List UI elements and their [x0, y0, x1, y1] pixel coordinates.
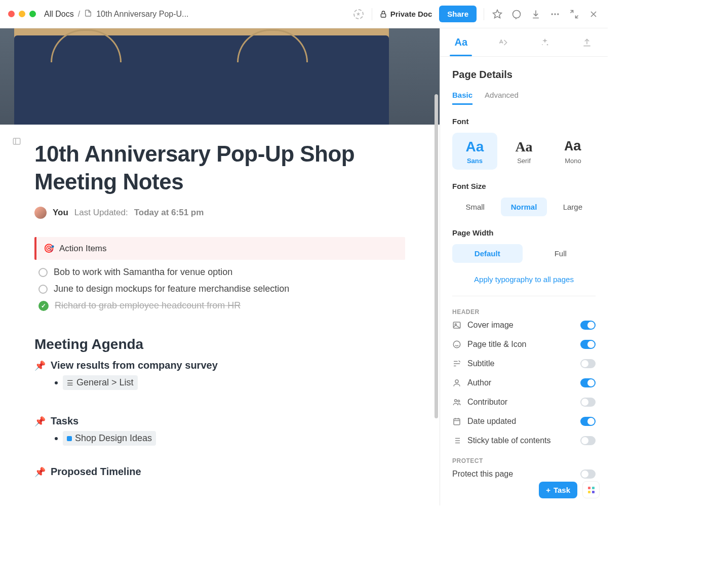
collapse-icon[interactable] — [568, 8, 580, 20]
toggle-switch[interactable] — [580, 340, 596, 349]
font-glyph: Aa — [553, 140, 594, 154]
topbar: All Docs / 10th Anniversary Pop-U... ★ P… — [0, 0, 608, 28]
tab-export[interactable] — [572, 28, 602, 56]
setting-sticky-toc: Sticky table of contents — [452, 431, 596, 450]
agenda-heading[interactable]: Meeting Agenda — [34, 336, 405, 352]
width-option-default[interactable]: Default — [452, 244, 523, 263]
window-close-button[interactable] — [8, 11, 15, 17]
breadcrumb: All Docs / 10th Anniversary Pop-U... — [44, 9, 188, 19]
star-icon[interactable] — [491, 8, 503, 20]
action-items-callout[interactable]: 🎯 Action Items — [34, 237, 405, 260]
window-minimize-button[interactable] — [19, 11, 25, 17]
more-icon[interactable] — [549, 8, 561, 20]
toggle-switch[interactable] — [580, 321, 596, 330]
apply-typography-link[interactable]: Apply typography to all pages — [452, 275, 596, 284]
todo-item[interactable]: Richard to grab employee headcount from … — [34, 297, 405, 314]
svg-point-7 — [547, 44, 548, 45]
setting-subtitle: Subtitle — [452, 354, 596, 373]
svg-point-11 — [453, 341, 460, 348]
privacy-label: Private Doc — [390, 10, 432, 18]
list-icon: ☰ — [67, 379, 73, 387]
subtitle-icon — [452, 359, 461, 368]
close-icon[interactable] — [587, 8, 600, 20]
callout-label: Action Items — [59, 244, 107, 254]
privacy-indicator[interactable]: Private Doc — [379, 10, 432, 18]
font-option-sans[interactable]: Aa Sans — [452, 133, 497, 170]
indent-item: ☰ General > List — [55, 375, 405, 390]
list-chip[interactable]: ☰ General > List — [63, 375, 138, 390]
page-title[interactable]: 10th Anniversary Pop-Up Shop Meeting Not… — [34, 140, 405, 195]
target-icon: 🎯 — [44, 243, 54, 254]
font-options: Aa Sans Aa Serif Aa Mono — [452, 133, 596, 170]
pushpin-icon: 📌 — [34, 466, 46, 478]
checkbox-done-icon[interactable] — [38, 301, 49, 311]
setting-label: Sticky table of contents — [467, 436, 551, 445]
todo-item[interactable]: June to design mockups for feature merch… — [34, 281, 405, 297]
subtab-advanced[interactable]: Advanced — [485, 91, 519, 105]
updated-label: Last Updated: — [74, 208, 128, 218]
todo-text: Bob to work with Samantha for venue opti… — [54, 267, 232, 278]
date-icon — [452, 417, 461, 426]
font-size-options: Small Normal Large — [452, 198, 596, 216]
breadcrumb-separator: / — [78, 10, 80, 19]
pin-heading[interactable]: 📌 Proposed Timeline — [34, 466, 405, 478]
checkbox-empty-icon[interactable] — [38, 285, 48, 294]
bookmark-outline-icon[interactable]: ★ — [352, 8, 365, 20]
font-size-label: Font Size — [452, 182, 596, 190]
svg-point-3 — [554, 13, 556, 15]
setting-label: Page title & Icon — [467, 340, 527, 349]
setting-label: Author — [467, 378, 491, 387]
plus-icon: + — [546, 486, 550, 494]
svg-point-14 — [458, 400, 460, 402]
toggle-switch[interactable] — [580, 378, 596, 387]
sidebar-toggle-icon[interactable] — [12, 137, 21, 148]
apps-grid-icon — [588, 487, 595, 493]
toggle-switch[interactable] — [580, 359, 596, 368]
pin-heading[interactable]: 📌 View results from company survey — [34, 360, 405, 371]
toggle-switch[interactable] — [580, 469, 596, 479]
pushpin-icon: 📌 — [34, 360, 46, 371]
size-option-normal[interactable]: Normal — [501, 198, 546, 216]
task-chip[interactable]: Shop Design Ideas — [63, 431, 156, 446]
bullet-icon — [55, 381, 58, 384]
download-icon[interactable] — [530, 8, 542, 20]
window-zoom-button[interactable] — [29, 11, 36, 17]
cover-image[interactable] — [0, 28, 440, 125]
font-option-mono[interactable]: Aa Mono — [550, 133, 596, 170]
image-icon — [452, 321, 461, 330]
subtab-basic[interactable]: Basic — [452, 91, 472, 105]
pin-label: Proposed Timeline — [51, 466, 141, 478]
width-option-full[interactable]: Full — [526, 244, 596, 263]
tab-sparkle[interactable] — [530, 28, 560, 56]
svg-rect-15 — [454, 419, 460, 425]
apps-button[interactable] — [582, 481, 600, 498]
todo-item[interactable]: Bob to work with Samantha for venue opti… — [34, 264, 405, 281]
svg-point-4 — [557, 13, 559, 15]
tab-typography[interactable]: Aa — [446, 28, 476, 56]
new-task-button[interactable]: + Task — [539, 482, 577, 498]
font-name: Mono — [553, 157, 594, 165]
chip-text: Shop Design Ideas — [75, 433, 152, 444]
doc-scrollbar[interactable] — [434, 28, 439, 505]
pin-heading[interactable]: 📌 Tasks — [34, 415, 405, 427]
share-button[interactable]: Share — [439, 6, 477, 22]
breadcrumb-root[interactable]: All Docs — [44, 10, 74, 19]
divider — [452, 296, 596, 296]
setting-page-title: Page title & Icon — [452, 335, 596, 354]
size-option-large[interactable]: Large — [550, 198, 596, 216]
toggle-switch[interactable] — [580, 436, 596, 445]
breadcrumb-doc-title[interactable]: 10th Anniversary Pop-U... — [96, 10, 188, 19]
toggle-switch[interactable] — [580, 398, 596, 407]
font-option-serif[interactable]: Aa Serif — [501, 133, 546, 170]
toggle-switch[interactable] — [580, 417, 596, 426]
size-option-small[interactable]: Small — [452, 198, 498, 216]
tab-ai[interactable] — [488, 28, 518, 56]
font-name: Serif — [503, 157, 544, 165]
bullet-icon — [55, 437, 58, 440]
panel-tab-strip: Aa — [440, 28, 608, 57]
lock-icon — [379, 10, 387, 18]
updated-time: Today at 6:51 pm — [134, 208, 204, 218]
checkbox-empty-icon[interactable] — [38, 268, 48, 277]
task-status-icon — [67, 436, 72, 441]
comment-icon[interactable] — [510, 8, 523, 20]
